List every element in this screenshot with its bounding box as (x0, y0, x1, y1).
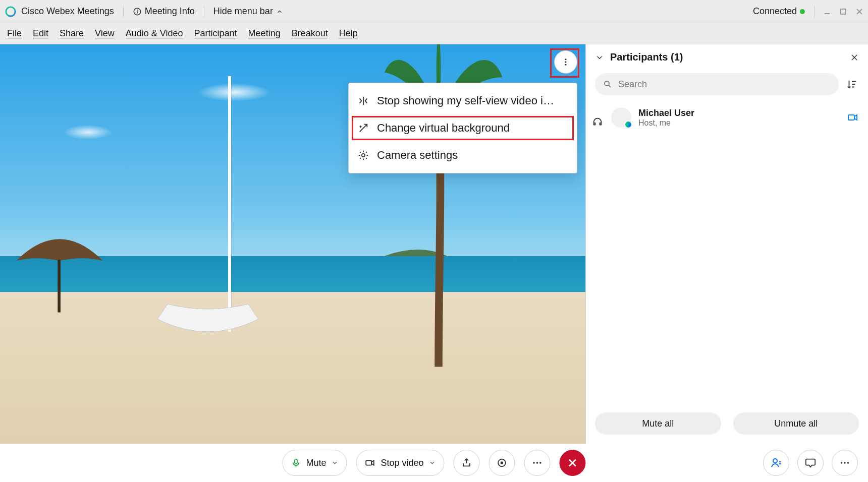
svg-point-10 (362, 154, 365, 157)
svg-point-3 (137, 10, 138, 11)
search-input[interactable] (617, 79, 831, 90)
search-field[interactable] (595, 73, 839, 95)
svg-point-8 (565, 62, 567, 63)
panel-options-button[interactable] (832, 450, 858, 476)
menu-file[interactable]: File (7, 28, 22, 39)
svg-point-22 (844, 462, 846, 464)
panel-title: Participants (1) (610, 51, 683, 63)
panel-search-row (586, 70, 868, 101)
svg-point-16 (501, 461, 504, 464)
gear-icon (358, 150, 369, 161)
svg-rect-12 (848, 115, 854, 120)
titlebar: Cisco Webex Meetings Meeting Info Hide m… (0, 0, 868, 23)
self-view-popover: Stop showing my self-view video i… Chang… (348, 83, 577, 173)
close-window-button[interactable] (856, 8, 863, 15)
menu-breakout[interactable]: Breakout (292, 28, 328, 39)
chat-button[interactable] (797, 450, 824, 476)
headset-icon (592, 116, 603, 128)
end-meeting-button[interactable] (560, 450, 586, 476)
menu-view[interactable]: View (95, 28, 115, 39)
share-button[interactable] (454, 450, 480, 476)
record-button[interactable] (489, 450, 515, 476)
hide-menu-bar-label: Hide menu bar (213, 6, 273, 17)
participant-info: Michael User Host, me (638, 108, 694, 128)
share-icon (461, 457, 472, 468)
record-icon (497, 457, 508, 468)
chat-icon (805, 457, 816, 468)
sort-button[interactable] (845, 77, 859, 91)
popover-item-change-virtual-bg[interactable]: Change virtual background (349, 114, 577, 142)
participant-row[interactable]: Michael User Host, me (586, 101, 868, 134)
popover-item-label: Stop showing my self-view video i… (377, 94, 554, 107)
popover-item-label: Change virtual background (377, 122, 510, 135)
app-title: Cisco Webex Meetings (21, 6, 114, 17)
menu-meeting[interactable]: Meeting (248, 28, 281, 39)
self-view-options-area (554, 50, 577, 74)
app-identity: Cisco Webex Meetings (5, 6, 114, 17)
menubar: File Edit Share View Audio & Video Parti… (0, 23, 868, 44)
toolbar-right (763, 450, 858, 476)
video-on-icon[interactable] (847, 111, 859, 124)
chevron-down-icon[interactable] (429, 459, 436, 466)
chevron-down-icon[interactable] (595, 53, 604, 62)
mute-all-label: Mute all (642, 418, 674, 429)
participant-name: Michael User (638, 108, 694, 118)
magic-wand-icon (358, 123, 369, 134)
stop-video-button[interactable]: Stop video (356, 450, 444, 476)
svg-point-19 (539, 462, 541, 464)
meeting-info-label: Meeting Info (145, 6, 195, 17)
svg-point-7 (565, 58, 567, 60)
close-panel-button[interactable] (850, 53, 859, 62)
participants-button[interactable] (763, 450, 789, 476)
divider (814, 6, 815, 18)
menu-audio-video[interactable]: Audio & Video (126, 28, 183, 39)
menu-edit[interactable]: Edit (33, 28, 48, 39)
stop-video-label: Stop video (381, 458, 423, 468)
bottom-toolbar: Mute Stop video (0, 444, 868, 482)
menu-share[interactable]: Share (60, 28, 84, 39)
presence-badge-icon (624, 120, 632, 129)
meeting-info-button[interactable]: Meeting Info (133, 6, 195, 17)
menu-participant[interactable]: Participant (194, 28, 237, 39)
more-options-button[interactable] (524, 450, 551, 476)
sort-icon (846, 79, 857, 90)
mute-button[interactable]: Mute (282, 450, 347, 476)
menu-help[interactable]: Help (339, 28, 358, 39)
svg-rect-4 (137, 11, 138, 13)
svg-point-17 (533, 462, 535, 464)
avatar (611, 107, 631, 128)
svg-point-11 (605, 81, 609, 86)
self-view-options-button[interactable] (554, 50, 577, 74)
connection-label: Connected (753, 6, 797, 17)
chevron-down-icon[interactable] (331, 459, 338, 466)
mute-all-button[interactable]: Mute all (595, 412, 721, 435)
popover-item-stop-selfview[interactable]: Stop showing my self-view video i… (349, 87, 577, 114)
more-horizontal-icon (839, 457, 850, 468)
participant-role: Host, me (638, 118, 694, 128)
titlebar-left: Cisco Webex Meetings Meeting Info Hide m… (5, 6, 283, 18)
bg-umbrella (12, 220, 107, 321)
hide-menu-bar-button[interactable]: Hide menu bar (213, 6, 283, 17)
main-area: Stop showing my self-view video i… Chang… (0, 44, 868, 444)
panel-header: Participants (1) (586, 44, 868, 70)
maximize-button[interactable] (840, 8, 847, 15)
camera-icon (364, 457, 375, 468)
titlebar-right: Connected (753, 6, 863, 18)
svg-point-9 (565, 64, 567, 66)
minimize-button[interactable] (824, 8, 831, 15)
mirror-icon (358, 95, 369, 106)
connection-status: Connected (753, 6, 805, 17)
mic-icon (291, 458, 301, 468)
svg-rect-5 (841, 9, 846, 14)
unmute-all-button[interactable]: Unmute all (733, 412, 859, 435)
more-horizontal-icon (532, 457, 543, 468)
toolbar-center: Mute Stop video (282, 450, 585, 476)
webex-logo-icon (5, 6, 16, 17)
panel-footer: Mute all Unmute all (586, 404, 868, 444)
participant-actions (847, 111, 859, 124)
status-dot-icon (800, 9, 805, 14)
svg-point-20 (773, 459, 777, 463)
search-icon (603, 80, 612, 89)
window-controls (824, 8, 863, 15)
popover-item-camera-settings[interactable]: Camera settings (349, 142, 577, 169)
